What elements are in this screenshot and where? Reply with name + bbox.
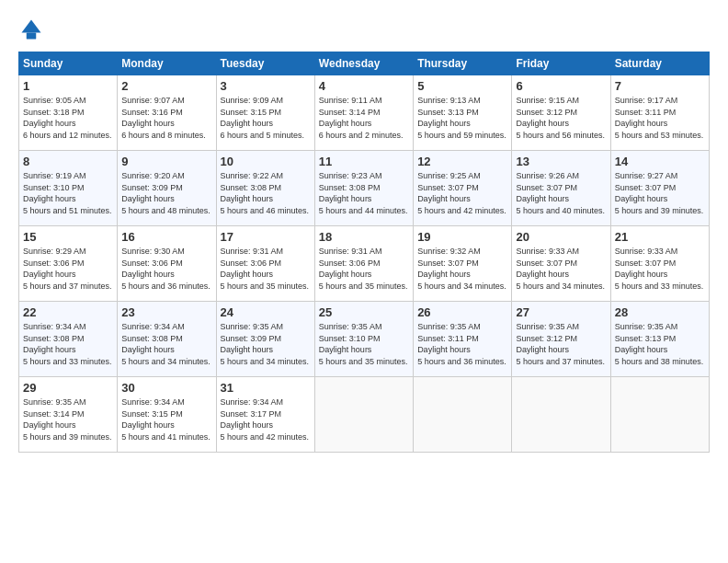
day-info: Sunrise: 9:35 AMSunset: 3:13 PMDaylight … bbox=[615, 322, 704, 366]
header bbox=[18, 17, 710, 42]
day-info: Sunrise: 9:07 AMSunset: 3:16 PMDaylight … bbox=[121, 96, 206, 140]
calendar-cell: 6 Sunrise: 9:15 AMSunset: 3:12 PMDayligh… bbox=[512, 75, 610, 151]
day-number: 29 bbox=[23, 381, 113, 395]
svg-marker-0 bbox=[22, 20, 41, 33]
day-number: 7 bbox=[615, 79, 705, 93]
day-number: 26 bbox=[417, 305, 507, 319]
calendar-cell: 1 Sunrise: 9:05 AMSunset: 3:18 PMDayligh… bbox=[19, 75, 118, 151]
day-info: Sunrise: 9:35 AMSunset: 3:14 PMDaylight … bbox=[23, 397, 112, 442]
day-info: Sunrise: 9:35 AMSunset: 3:12 PMDaylight … bbox=[516, 322, 605, 366]
day-info: Sunrise: 9:11 AMSunset: 3:14 PMDaylight … bbox=[319, 96, 404, 140]
week-row-2: 8 Sunrise: 9:19 AMSunset: 3:10 PMDayligh… bbox=[19, 151, 710, 226]
day-info: Sunrise: 9:31 AMSunset: 3:06 PMDaylight … bbox=[319, 247, 408, 291]
day-number: 31 bbox=[221, 381, 311, 395]
calendar-header: SundayMondayTuesdayWednesdayThursdayFrid… bbox=[19, 52, 710, 75]
calendar-cell: 28 Sunrise: 9:35 AMSunset: 3:13 PMDaylig… bbox=[610, 302, 709, 377]
calendar-cell: 19 Sunrise: 9:32 AMSunset: 3:07 PMDaylig… bbox=[414, 226, 512, 302]
day-number: 22 bbox=[23, 305, 113, 319]
day-number: 4 bbox=[319, 79, 409, 93]
day-info: Sunrise: 9:05 AMSunset: 3:18 PMDaylight … bbox=[23, 96, 112, 140]
page: SundayMondayTuesdayWednesdayThursdayFrid… bbox=[0, 0, 728, 563]
calendar-cell: 9 Sunrise: 9:20 AMSunset: 3:09 PMDayligh… bbox=[118, 151, 216, 226]
calendar-cell bbox=[610, 377, 709, 453]
day-number: 11 bbox=[319, 155, 409, 168]
calendar-table: SundayMondayTuesdayWednesdayThursdayFrid… bbox=[18, 52, 710, 453]
calendar-cell: 11 Sunrise: 9:23 AMSunset: 3:08 PMDaylig… bbox=[314, 151, 413, 226]
day-number: 1 bbox=[23, 79, 113, 93]
day-info: Sunrise: 9:33 AMSunset: 3:07 PMDaylight … bbox=[615, 247, 704, 291]
calendar-cell: 12 Sunrise: 9:25 AMSunset: 3:07 PMDaylig… bbox=[414, 151, 512, 226]
svg-rect-1 bbox=[27, 33, 37, 40]
day-number: 12 bbox=[417, 155, 507, 168]
day-info: Sunrise: 9:13 AMSunset: 3:13 PMDaylight … bbox=[417, 96, 506, 140]
day-number: 20 bbox=[516, 230, 606, 244]
day-number: 10 bbox=[221, 155, 311, 168]
day-number: 5 bbox=[417, 79, 507, 93]
day-number: 19 bbox=[417, 230, 507, 244]
calendar-cell: 20 Sunrise: 9:33 AMSunset: 3:07 PMDaylig… bbox=[512, 226, 610, 302]
calendar-cell: 18 Sunrise: 9:31 AMSunset: 3:06 PMDaylig… bbox=[314, 226, 413, 302]
day-info: Sunrise: 9:35 AMSunset: 3:10 PMDaylight … bbox=[319, 322, 408, 366]
day-info: Sunrise: 9:23 AMSunset: 3:08 PMDaylight … bbox=[319, 171, 408, 215]
calendar-cell: 14 Sunrise: 9:27 AMSunset: 3:07 PMDaylig… bbox=[610, 151, 709, 226]
day-info: Sunrise: 9:27 AMSunset: 3:07 PMDaylight … bbox=[615, 171, 704, 215]
day-number: 9 bbox=[121, 155, 211, 168]
day-info: Sunrise: 9:26 AMSunset: 3:07 PMDaylight … bbox=[516, 171, 605, 215]
calendar-cell: 27 Sunrise: 9:35 AMSunset: 3:12 PMDaylig… bbox=[512, 302, 610, 377]
day-info: Sunrise: 9:20 AMSunset: 3:09 PMDaylight … bbox=[121, 171, 210, 215]
col-header-saturday: Saturday bbox=[610, 52, 709, 75]
calendar-cell: 21 Sunrise: 9:33 AMSunset: 3:07 PMDaylig… bbox=[610, 226, 709, 302]
day-number: 21 bbox=[615, 230, 705, 244]
day-number: 30 bbox=[121, 381, 211, 395]
week-row-1: 1 Sunrise: 9:05 AMSunset: 3:18 PMDayligh… bbox=[19, 75, 710, 151]
calendar-cell: 31 Sunrise: 9:34 AMSunset: 3:17 PMDaylig… bbox=[216, 377, 314, 453]
day-info: Sunrise: 9:34 AMSunset: 3:17 PMDaylight … bbox=[221, 397, 310, 442]
day-info: Sunrise: 9:30 AMSunset: 3:06 PMDaylight … bbox=[121, 247, 210, 291]
day-info: Sunrise: 9:35 AMSunset: 3:09 PMDaylight … bbox=[221, 322, 310, 366]
calendar-body: 1 Sunrise: 9:05 AMSunset: 3:18 PMDayligh… bbox=[19, 75, 710, 453]
calendar-cell bbox=[314, 377, 413, 453]
calendar-cell: 13 Sunrise: 9:26 AMSunset: 3:07 PMDaylig… bbox=[512, 151, 610, 226]
day-info: Sunrise: 9:32 AMSunset: 3:07 PMDaylight … bbox=[417, 247, 506, 291]
calendar-cell bbox=[414, 377, 512, 453]
calendar-cell: 24 Sunrise: 9:35 AMSunset: 3:09 PMDaylig… bbox=[216, 302, 314, 377]
day-number: 27 bbox=[516, 305, 606, 319]
week-row-3: 15 Sunrise: 9:29 AMSunset: 3:06 PMDaylig… bbox=[19, 226, 710, 302]
day-info: Sunrise: 9:33 AMSunset: 3:07 PMDaylight … bbox=[516, 247, 605, 291]
week-row-4: 22 Sunrise: 9:34 AMSunset: 3:08 PMDaylig… bbox=[19, 302, 710, 377]
col-header-monday: Monday bbox=[118, 52, 216, 75]
calendar-cell: 15 Sunrise: 9:29 AMSunset: 3:06 PMDaylig… bbox=[19, 226, 118, 302]
day-number: 6 bbox=[516, 79, 606, 93]
day-number: 8 bbox=[23, 155, 113, 168]
logo-icon bbox=[18, 17, 44, 42]
day-info: Sunrise: 9:35 AMSunset: 3:11 PMDaylight … bbox=[417, 322, 506, 366]
calendar-cell: 8 Sunrise: 9:19 AMSunset: 3:10 PMDayligh… bbox=[19, 151, 118, 226]
day-info: Sunrise: 9:17 AMSunset: 3:11 PMDaylight … bbox=[615, 96, 704, 140]
day-info: Sunrise: 9:25 AMSunset: 3:07 PMDaylight … bbox=[417, 171, 506, 215]
day-info: Sunrise: 9:34 AMSunset: 3:08 PMDaylight … bbox=[23, 322, 112, 366]
col-header-wednesday: Wednesday bbox=[314, 52, 413, 75]
calendar-cell: 7 Sunrise: 9:17 AMSunset: 3:11 PMDayligh… bbox=[610, 75, 709, 151]
day-info: Sunrise: 9:31 AMSunset: 3:06 PMDaylight … bbox=[221, 247, 310, 291]
col-header-friday: Friday bbox=[512, 52, 610, 75]
day-info: Sunrise: 9:15 AMSunset: 3:12 PMDaylight … bbox=[516, 96, 605, 140]
calendar-cell: 29 Sunrise: 9:35 AMSunset: 3:14 PMDaylig… bbox=[19, 377, 118, 453]
day-number: 2 bbox=[121, 79, 211, 93]
day-info: Sunrise: 9:22 AMSunset: 3:08 PMDaylight … bbox=[221, 171, 310, 215]
day-info: Sunrise: 9:09 AMSunset: 3:15 PMDaylight … bbox=[221, 96, 305, 140]
calendar-cell: 4 Sunrise: 9:11 AMSunset: 3:14 PMDayligh… bbox=[314, 75, 413, 151]
calendar-cell: 5 Sunrise: 9:13 AMSunset: 3:13 PMDayligh… bbox=[414, 75, 512, 151]
day-number: 3 bbox=[221, 79, 311, 93]
calendar-cell: 22 Sunrise: 9:34 AMSunset: 3:08 PMDaylig… bbox=[19, 302, 118, 377]
day-number: 13 bbox=[516, 155, 606, 168]
calendar-cell: 16 Sunrise: 9:30 AMSunset: 3:06 PMDaylig… bbox=[118, 226, 216, 302]
logo bbox=[18, 17, 50, 42]
calendar-cell: 26 Sunrise: 9:35 AMSunset: 3:11 PMDaylig… bbox=[414, 302, 512, 377]
day-number: 18 bbox=[319, 230, 409, 244]
col-header-thursday: Thursday bbox=[414, 52, 512, 75]
day-number: 25 bbox=[319, 305, 409, 319]
day-info: Sunrise: 9:29 AMSunset: 3:06 PMDaylight … bbox=[23, 247, 112, 291]
calendar-cell: 10 Sunrise: 9:22 AMSunset: 3:08 PMDaylig… bbox=[216, 151, 314, 226]
col-header-tuesday: Tuesday bbox=[216, 52, 314, 75]
day-number: 16 bbox=[121, 230, 211, 244]
